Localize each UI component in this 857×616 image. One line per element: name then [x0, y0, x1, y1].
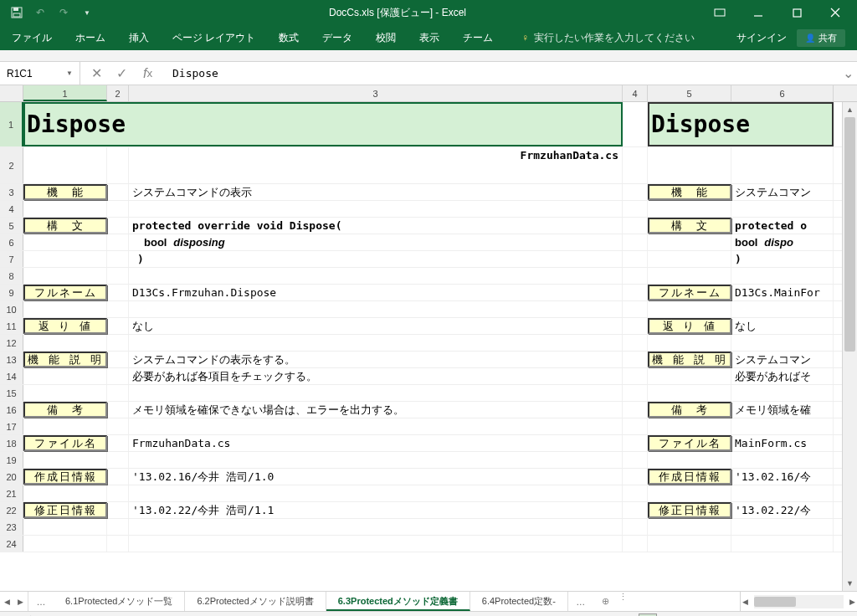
view-pagelayout-icon[interactable] [659, 613, 677, 617]
cell[interactable] [129, 452, 623, 468]
cell[interactable] [648, 452, 731, 468]
maximize-icon[interactable] [778, 0, 815, 25]
cell[interactable] [648, 335, 731, 351]
cell[interactable]: システムコマンドの表示 [129, 184, 623, 200]
cell[interactable]: ) [731, 251, 834, 267]
cell[interactable]: なし [731, 318, 834, 334]
cell[interactable] [731, 335, 834, 351]
cell[interactable] [623, 184, 648, 200]
cell[interactable] [731, 385, 834, 401]
cell[interactable] [648, 234, 731, 250]
cell[interactable]: ) [129, 251, 623, 267]
label-modified[interactable]: 修正日情報 [23, 502, 107, 518]
add-sheet-icon[interactable]: ⊕ [593, 592, 618, 611]
cell[interactable] [648, 301, 731, 317]
cell[interactable] [648, 251, 731, 267]
cell[interactable] [129, 301, 623, 317]
label-modified[interactable]: 修正日情報 [648, 502, 731, 518]
cell[interactable] [107, 536, 129, 552]
label-return[interactable]: 返 り 値 [23, 318, 107, 334]
row-header[interactable]: 12 [0, 335, 23, 351]
cell[interactable] [23, 519, 107, 535]
cell[interactable] [107, 147, 129, 183]
cell[interactable] [129, 485, 623, 501]
cell[interactable] [731, 147, 834, 183]
cell[interactable]: protected o [731, 218, 834, 234]
row-header[interactable]: 18 [0, 435, 23, 451]
cell[interactable] [107, 285, 129, 300]
row-header[interactable]: 8 [0, 268, 23, 284]
qat-dropdown-icon[interactable]: ▼ [80, 6, 94, 19]
label-created[interactable]: 作成日情報 [648, 469, 731, 485]
chevron-left-icon[interactable]: ◀ [741, 598, 751, 606]
row-header[interactable]: 2 [0, 147, 23, 183]
cell[interactable] [623, 268, 648, 284]
cell[interactable] [107, 318, 129, 334]
row-header[interactable]: 22 [0, 502, 23, 518]
cell[interactable] [623, 234, 648, 250]
cell[interactable] [623, 435, 648, 451]
cell[interactable] [23, 234, 107, 250]
formula-input[interactable]: Dispose [164, 62, 839, 85]
cell[interactable] [623, 285, 648, 300]
label-desc[interactable]: 機 能 説 明 [23, 352, 107, 367]
cell[interactable]: D13Cs.MainFor [731, 285, 834, 300]
cell[interactable] [731, 418, 834, 434]
row-header[interactable]: 5 [0, 218, 23, 234]
cell[interactable] [107, 469, 129, 485]
cell[interactable] [107, 368, 129, 384]
cell[interactable]: メモリ領域を確保できない場合は、エラーを出力する。 [129, 402, 623, 418]
cell[interactable] [648, 519, 731, 535]
cell[interactable] [23, 251, 107, 267]
row-header[interactable]: 6 [0, 234, 23, 250]
cell[interactable]: システムコマン [731, 352, 834, 367]
scroll-up-icon[interactable]: ▲ [843, 102, 857, 117]
label-file[interactable]: ファイル名 [648, 435, 731, 451]
label-note[interactable]: 備 考 [648, 402, 731, 418]
sheet-tab[interactable]: 6.1Protectedメソッド一覧 [54, 592, 185, 611]
cell[interactable] [129, 268, 623, 284]
row-header[interactable]: 10 [0, 301, 23, 317]
tellme-label[interactable]: 実行したい作業を入力してください [534, 31, 695, 45]
tab-file[interactable]: ファイル [0, 25, 64, 50]
tab-review[interactable]: 校閲 [364, 25, 408, 50]
cell[interactable] [648, 368, 731, 384]
cell[interactable] [731, 201, 834, 217]
cell[interactable] [623, 385, 648, 401]
cell[interactable]: '13.02.22/今 [731, 502, 834, 518]
cell[interactable] [23, 485, 107, 501]
chevron-left-icon[interactable]: ◀ [4, 598, 10, 606]
cell[interactable] [23, 418, 107, 434]
tab-data[interactable]: データ [310, 25, 364, 50]
cell[interactable]: FrmzuhanData.cs [129, 147, 623, 183]
cell[interactable] [129, 201, 623, 217]
save-icon[interactable] [10, 6, 23, 19]
cell[interactable] [23, 301, 107, 317]
split-handle[interactable]: ⋮ [618, 592, 629, 611]
scroll-thumb[interactable] [844, 117, 855, 352]
row-header[interactable]: 11 [0, 318, 23, 334]
cell[interactable]: メモリ領域を確 [731, 402, 834, 418]
undo-icon[interactable]: ↶ [33, 6, 47, 19]
cell[interactable] [23, 368, 107, 384]
chevron-right-icon[interactable]: ▶ [847, 598, 857, 606]
cell[interactable] [107, 352, 129, 367]
cell[interactable] [731, 301, 834, 317]
row-header[interactable]: 24 [0, 536, 23, 552]
tab-team[interactable]: チーム [451, 25, 505, 50]
cell[interactable] [623, 147, 648, 183]
col-header-4[interactable]: 4 [623, 85, 648, 101]
tab-insert[interactable]: 挿入 [117, 25, 161, 50]
enter-icon[interactable]: ✓ [111, 62, 133, 85]
cell[interactable]: なし [129, 318, 623, 334]
cell[interactable] [623, 335, 648, 351]
cell[interactable] [731, 519, 834, 535]
label-fullname[interactable]: フルネーム [23, 285, 107, 300]
row-header[interactable]: 23 [0, 519, 23, 535]
row-header[interactable]: 3 [0, 184, 23, 200]
scroll-down-icon[interactable]: ▼ [843, 576, 857, 591]
cell[interactable] [648, 268, 731, 284]
sheet-nav[interactable]: ◀▶ [0, 592, 28, 611]
label-syntax[interactable]: 構 文 [23, 218, 107, 234]
col-header-1[interactable]: 1 [23, 85, 107, 101]
